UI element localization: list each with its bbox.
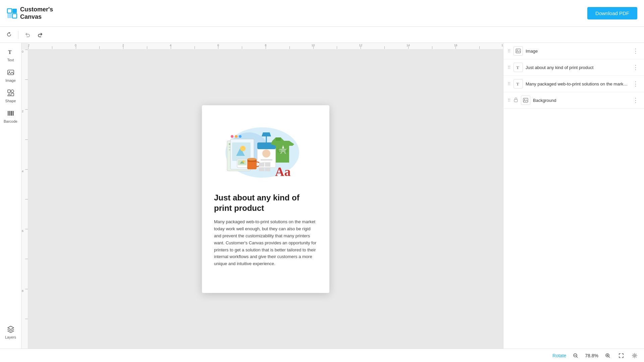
svg-point-58 — [239, 135, 241, 138]
svg-rect-10 — [11, 93, 14, 96]
layer-more-button-text2[interactable]: ⋮ — [631, 79, 640, 88]
svg-point-31 — [262, 149, 270, 158]
drag-handle-text1: ⠿ — [507, 65, 511, 70]
canvas-background[interactable]: Aa Just about any kind of print product … — [28, 50, 503, 349]
layer-type-icon-background — [521, 96, 530, 105]
shape-icon — [7, 89, 14, 98]
right-panel: ⠿ Image ⋮ ⠿ T Just about any kind of pri… — [503, 43, 644, 349]
svg-text:Aa: Aa — [275, 165, 290, 179]
toolbar-separator — [18, 31, 18, 39]
svg-rect-13 — [9, 111, 10, 116]
rotate-label[interactable]: Rotate — [552, 353, 566, 358]
svg-rect-14 — [10, 111, 11, 116]
svg-point-8 — [11, 90, 14, 93]
main-area: T Text Image Shape Barcode — [0, 43, 644, 349]
svg-marker-35 — [262, 132, 271, 136]
svg-point-47 — [247, 158, 257, 161]
zoom-value: 78.8% — [585, 353, 598, 358]
layer-name-image: Image — [526, 49, 629, 54]
logo-icon — [7, 8, 17, 19]
svg-rect-16 — [12, 111, 13, 116]
image-tool-label: Image — [5, 78, 16, 82]
layer-name-text2: Many packaged web-to-print solutions on … — [526, 81, 629, 86]
barcode-tool-label: Barcode — [4, 119, 17, 123]
layers-button[interactable]: Layers — [1, 323, 20, 342]
image-tool[interactable]: Image — [1, 66, 20, 85]
text-icon: T — [7, 48, 14, 57]
svg-point-66 — [524, 99, 525, 100]
svg-rect-32 — [261, 159, 272, 161]
svg-point-51 — [243, 161, 245, 163]
illustration-svg: Aa — [219, 119, 313, 183]
layer-more-button-image[interactable]: ⋮ — [631, 47, 640, 55]
drag-handle-text2: ⠿ — [507, 81, 511, 86]
shape-tool-label: Shape — [5, 99, 16, 103]
svg-marker-9 — [8, 94, 10, 96]
layer-type-icon-text1: T — [514, 63, 523, 72]
svg-rect-0 — [7, 9, 12, 13]
svg-rect-18 — [8, 116, 14, 116]
layer-more-button-background[interactable]: ⋮ — [631, 96, 640, 105]
svg-rect-3 — [12, 14, 17, 18]
document-title: Just about any kind of print product — [214, 192, 317, 213]
svg-rect-17 — [13, 111, 14, 116]
logo-text: Customer's Canvas — [20, 6, 53, 20]
document-body: Many packaged web-to-print solutions on … — [214, 219, 317, 267]
svg-rect-11 — [8, 111, 8, 116]
ruler-vertical: 0246810 — [21, 50, 28, 349]
svg-point-28 — [240, 146, 246, 151]
fit-screen-button[interactable] — [617, 352, 625, 360]
redo-button[interactable] — [35, 31, 45, 39]
svg-text:T: T — [516, 65, 519, 70]
svg-rect-43 — [278, 149, 286, 150]
document-illustration: Aa — [214, 117, 317, 184]
svg-line-71 — [609, 356, 610, 358]
barcode-tool[interactable]: Barcode — [1, 107, 20, 126]
settings-button[interactable] — [631, 352, 639, 360]
svg-rect-55 — [265, 167, 270, 171]
lock-icon — [514, 98, 518, 103]
svg-rect-52 — [259, 163, 264, 167]
svg-point-6 — [9, 71, 10, 72]
layer-item-text2[interactable]: ⠿ T Many packaged web-to-print solutions… — [503, 76, 644, 92]
svg-rect-65 — [523, 98, 528, 102]
svg-rect-64 — [514, 100, 518, 102]
text-tool-label: Text — [7, 58, 14, 62]
layer-item-image[interactable]: ⠿ Image ⋮ — [503, 43, 644, 59]
svg-point-61 — [517, 50, 518, 51]
reset-button[interactable] — [4, 31, 14, 39]
layer-item-text1[interactable]: ⠿ T Just about any kind of print product… — [503, 59, 644, 76]
ruler-vertical-canvas: 0246810 — [21, 50, 503, 349]
svg-point-56 — [231, 135, 233, 138]
toolbar — [0, 27, 644, 43]
canvas-area: -2024681012141618 0246810 — [21, 43, 503, 349]
layer-name-background: Background — [533, 98, 629, 103]
logo: Customer's Canvas — [7, 6, 53, 20]
zoom-in-button[interactable] — [604, 352, 612, 360]
layer-more-button-text1[interactable]: ⋮ — [631, 63, 640, 72]
left-sidebar: T Text Image Shape Barcode — [0, 43, 21, 349]
svg-rect-1 — [12, 9, 17, 13]
svg-point-74 — [634, 355, 636, 356]
zoom-out-button[interactable] — [572, 352, 580, 360]
svg-text:T: T — [8, 49, 12, 55]
download-pdf-button[interactable]: Download PDF — [587, 7, 637, 19]
layer-item-background[interactable]: ⠿ Background ⋮ — [503, 92, 644, 109]
svg-rect-42 — [277, 148, 287, 153]
document-card: Aa Just about any kind of print product … — [202, 105, 329, 293]
svg-rect-7 — [8, 90, 10, 93]
text-tool[interactable]: T Text — [1, 46, 20, 65]
undo-button[interactable] — [22, 31, 33, 39]
shape-tool[interactable]: Shape — [1, 86, 20, 106]
status-bar: Rotate 78.8% — [0, 349, 644, 362]
svg-rect-12 — [9, 111, 9, 116]
svg-rect-60 — [516, 49, 521, 53]
header: Customer's Canvas Download PDF — [0, 0, 644, 27]
svg-text:T: T — [516, 81, 519, 86]
drag-handle-background: ⠿ — [507, 98, 511, 103]
svg-rect-15 — [11, 111, 12, 116]
svg-rect-2 — [7, 14, 12, 18]
image-icon — [7, 69, 14, 78]
layer-name-text1: Just about any kind of print product — [526, 65, 629, 70]
svg-rect-54 — [259, 167, 264, 171]
